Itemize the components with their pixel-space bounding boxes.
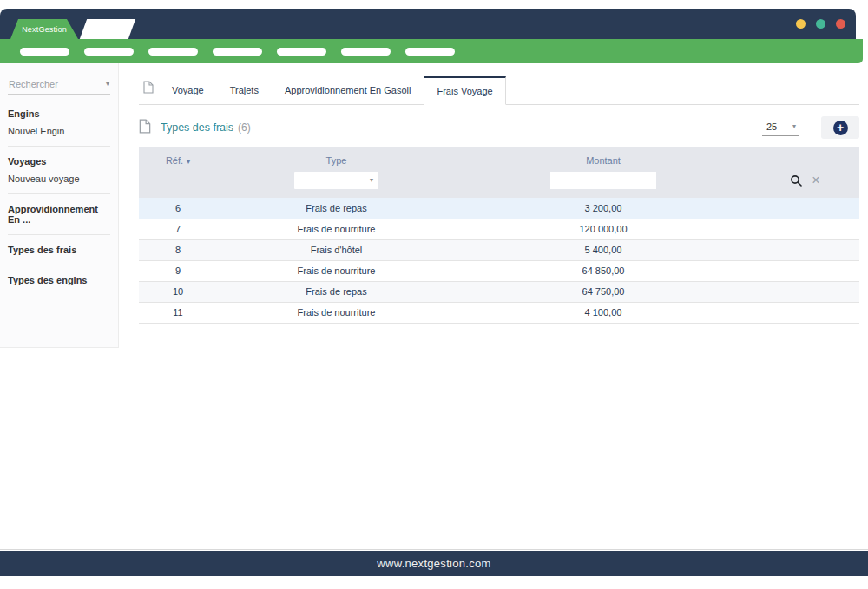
cell-montant: 64 750,00 — [456, 281, 751, 302]
record-count: (6) — [238, 121, 251, 134]
sidebar: Rechercher ▾ EnginsNouvel EnginVoyagesNo… — [0, 63, 119, 348]
column-label: Réf. — [166, 155, 183, 166]
menu-pill[interactable] — [405, 48, 455, 56]
cell-montant: 120 000,00 — [456, 219, 751, 239]
sidebar-item-types-des-frais[interactable]: Types des frais — [0, 241, 118, 259]
sidebar-search-select[interactable]: Rechercher ▾ — [8, 76, 110, 95]
chevron-down-icon: ▾ — [792, 123, 796, 130]
page-size-select[interactable]: 25 ▾ — [762, 120, 799, 136]
tab-trajets[interactable]: Trajets — [217, 76, 272, 105]
cell-montant: 5 400,00 — [456, 239, 751, 260]
document-icon — [139, 119, 151, 137]
sidebar-item-engins[interactable]: Engins — [0, 105, 118, 122]
table-row[interactable]: 10Frais de repas64 750,00 — [139, 281, 859, 302]
cell-montant: 64 850,00 — [456, 260, 751, 281]
types-des-frais-table: Réf.▾ Type Montant ▾ — [139, 147, 859, 324]
cell-ref: 10 — [139, 281, 217, 302]
cell-ref: 11 — [139, 302, 217, 323]
column-header-montant: Montant — [456, 147, 751, 170]
cell-actions — [751, 239, 859, 260]
sidebar-divider — [8, 193, 110, 194]
menu-pill[interactable] — [148, 48, 198, 56]
table-row[interactable]: 11Frais de nourriture4 100,00 — [139, 302, 859, 323]
cell-actions — [751, 302, 859, 323]
sort-desc-icon: ▾ — [187, 158, 190, 166]
footer-url[interactable]: www.nextgestion.com — [377, 557, 490, 570]
panel-title: Types des frais — [161, 121, 233, 134]
sidebar-nav: EnginsNouvel EnginVoyagesNouveau voyageA… — [0, 105, 118, 289]
chevron-down-icon: ▾ — [370, 177, 373, 184]
cell-actions — [751, 281, 859, 302]
panel-actions: 25 ▾ + — [762, 116, 859, 139]
panel-header: Types des frais (6) 25 ▾ + — [139, 116, 859, 139]
plus-icon: + — [833, 121, 848, 135]
sidebar-item-approvidionnement-en[interactable]: Approvidionnement En ... — [0, 200, 118, 228]
brand-decoration — [80, 19, 135, 39]
table-row[interactable]: 7Frais de nourriture120 000,00 — [139, 219, 859, 239]
cell-ref: 6 — [139, 198, 217, 219]
cell-montant: 4 100,00 — [456, 302, 751, 323]
table-row[interactable]: 9Frais de nourriture64 850,00 — [139, 260, 859, 281]
menu-pill[interactable] — [84, 48, 134, 56]
column-header-type: Type — [217, 147, 456, 170]
brand-logo-text: NextGestion — [22, 25, 67, 34]
sidebar-divider — [8, 265, 110, 265]
montant-filter-input[interactable] — [550, 172, 656, 189]
cell-type: Frais de repas — [217, 281, 456, 302]
column-header-actions — [751, 147, 859, 170]
sidebar-divider — [8, 146, 110, 147]
type-filter-select[interactable]: ▾ — [294, 172, 378, 189]
search-button[interactable] — [790, 174, 802, 187]
brand-tab: NextGestion — [10, 19, 78, 39]
window-button-minimize[interactable] — [796, 19, 806, 29]
add-button[interactable]: + — [821, 116, 859, 139]
cell-type: Frais d'hôtel — [217, 239, 456, 260]
window-controls — [796, 9, 845, 39]
search-placeholder: Rechercher — [9, 79, 58, 89]
window-button-maximize[interactable] — [816, 19, 825, 29]
menu-pill[interactable] — [341, 48, 391, 56]
column-header-ref[interactable]: Réf.▾ — [139, 147, 217, 170]
filter-row: ▾ × — [139, 170, 859, 198]
page-size-value: 25 — [766, 121, 777, 132]
table-body: 6Frais de repas3 200,007Frais de nourrit… — [139, 198, 859, 323]
sidebar-item-types-des-engins[interactable]: Types des engins — [0, 272, 118, 289]
table-row[interactable]: 6Frais de repas3 200,00 — [139, 198, 859, 219]
window-titlebar: NextGestion — [0, 9, 856, 39]
table-header-row: Réf.▾ Type Montant — [139, 147, 859, 170]
cell-type: Frais de nourriture — [217, 260, 456, 281]
cell-type: Frais de repas — [217, 198, 456, 219]
tab-frais-voyage[interactable]: Frais Voyage — [424, 76, 505, 105]
document-icon — [139, 81, 159, 104]
tab-voyage[interactable]: Voyage — [159, 76, 217, 105]
column-label: Type — [326, 155, 347, 166]
clear-filter-button[interactable]: × — [812, 173, 819, 187]
sidebar-item-nouvel-engin[interactable]: Nouvel Engin — [0, 122, 118, 140]
menu-pill[interactable] — [20, 48, 69, 56]
tab-list: VoyageTrajetsApprovidionnement En Gasoil… — [159, 76, 506, 104]
menu-pill[interactable] — [213, 48, 262, 56]
close-icon: × — [812, 173, 819, 187]
cell-actions — [751, 219, 859, 239]
app-window: NextGestion Rechercher ▾ EnginsNouvel En… — [0, 0, 868, 589]
main-content: VoyageTrajetsApprovidionnement En Gasoil… — [119, 63, 868, 324]
cell-actions — [751, 260, 859, 281]
window-button-close[interactable] — [836, 19, 845, 29]
cell-type: Frais de nourriture — [217, 302, 456, 323]
filter-cell-empty — [139, 170, 217, 198]
cell-ref: 7 — [139, 219, 217, 239]
table-row[interactable]: 8Frais d'hôtel5 400,00 — [139, 239, 859, 260]
sidebar-item-voyages[interactable]: Voyages — [0, 153, 118, 170]
chevron-down-icon: ▾ — [106, 81, 109, 88]
sidebar-item-nouveau-voyage[interactable]: Nouveau voyage — [0, 170, 118, 187]
cell-montant: 3 200,00 — [456, 198, 751, 219]
cell-type: Frais de nourriture — [217, 219, 456, 239]
sidebar-divider — [8, 234, 110, 235]
tab-approvidionnement-en-gasoil[interactable]: Approvidionnement En Gasoil — [272, 76, 424, 105]
cell-ref: 9 — [139, 260, 217, 281]
menu-pill[interactable] — [277, 48, 326, 56]
cell-actions — [751, 198, 859, 219]
cell-ref: 8 — [139, 239, 217, 260]
filter-cell-montant — [456, 170, 751, 198]
footer: www.nextgestion.com — [0, 551, 868, 576]
